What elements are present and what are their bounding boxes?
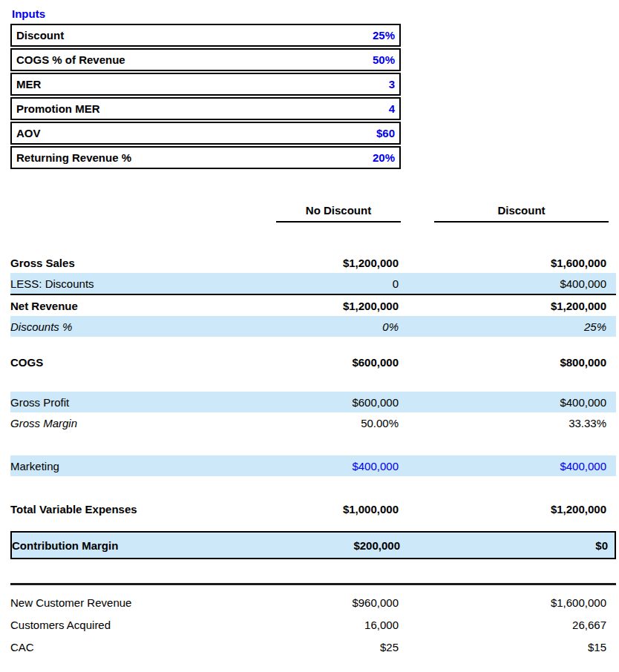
input-label: Returning Revenue % [16,151,131,164]
value-no-discount: 50.00% [276,417,401,429]
input-row-promotion-mer: Promotion MER 4 [10,97,401,120]
input-value-cell[interactable]: 20% [373,151,395,164]
value-no-discount: $1,200,000 [276,300,401,312]
value-no-discount: $960,000 [276,596,401,609]
input-label: AOV [16,127,41,139]
row-contribution-margin: Contribution Margin $200,000 $0 [10,531,616,559]
value-no-discount: $600,000 [276,356,401,369]
row-label: Discounts % [10,320,276,333]
input-value-cell[interactable]: 3 [389,78,395,90]
value-discount: 26,667 [434,619,609,631]
row-net-revenue: Net Revenue $1,200,000 $1,200,000 [10,295,616,316]
spreadsheet: Inputs Discount 25% COGS % of Revenue 50… [0,0,619,672]
value-no-discount[interactable]: $400,000 [276,460,401,472]
input-row-aov: AOV $60 [10,122,401,145]
value-discount: $1,600,000 [434,596,609,609]
input-value-cell[interactable]: 25% [373,29,395,42]
input-value-cell[interactable]: 50% [373,53,395,66]
row-label: New Customer Revenue [10,596,276,609]
row-label: Net Revenue [10,300,276,312]
acquisition-section: New Customer Revenue $960,000 $1,600,000… [10,591,616,658]
section-divider [10,583,616,585]
input-value-cell[interactable]: 4 [389,102,395,115]
input-label: MER [16,78,41,90]
value-discount: $1,200,000 [434,300,609,312]
value-no-discount: 0 [276,277,401,290]
value-discount: 25% [434,320,609,333]
row-label: Gross Sales [10,257,276,269]
row-label: Gross Profit [10,396,276,409]
value-discount: $400,000 [434,396,609,409]
comparison-table: No Discount Discount Gross Sales $1,200,… [10,200,616,658]
row-label: Customers Acquired [10,619,276,631]
column-header-no-discount: No Discount [276,200,401,223]
input-label: Promotion MER [16,102,100,115]
inputs-section-title: Inputs [12,7,616,20]
input-row-cogs-pct: COGS % of Revenue 50% [10,48,401,71]
row-discounts-pct: Discounts % 0% 25% [10,316,616,337]
value-discount: $800,000 [434,356,609,369]
column-header-row: No Discount Discount [10,200,616,223]
input-label: Discount [16,29,64,42]
row-cogs: COGS $600,000 $800,000 [10,352,616,372]
value-no-discount: $1,200,000 [276,257,401,269]
value-discount: $400,000 [434,277,609,290]
value-no-discount: $1,000,000 [276,503,401,515]
input-row-discount: Discount 25% [10,24,401,47]
inputs-table: Discount 25% COGS % of Revenue 50% MER 3… [10,24,401,169]
value-discount: $1,600,000 [434,257,609,269]
row-customers-acquired: Customers Acquired 16,000 26,667 [10,613,616,636]
row-less-discounts: LESS: Discounts 0 $400,000 [10,273,616,295]
row-label: CAC [10,641,276,653]
row-cac: CAC $25 $15 [10,636,616,658]
value-no-discount: 0% [276,320,401,333]
input-row-mer: MER 3 [10,73,401,96]
value-no-discount: 16,000 [276,619,401,631]
column-header-discount: Discount [434,200,609,223]
value-discount: $15 [434,641,609,653]
value-no-discount: $600,000 [276,396,401,409]
value-discount: 33.33% [434,417,609,429]
value-no-discount: $25 [276,641,401,653]
row-label: Contribution Margin [12,539,278,552]
row-gross-margin: Gross Margin 50.00% 33.33% [10,412,616,433]
row-label: Total Variable Expenses [10,503,276,515]
row-total-variable-expenses: Total Variable Expenses $1,000,000 $1,20… [10,498,616,519]
value-discount: $1,200,000 [434,503,609,515]
row-gross-profit: Gross Profit $600,000 $400,000 [10,392,616,412]
value-discount[interactable]: $400,000 [434,460,609,472]
input-label: COGS % of Revenue [16,53,125,66]
input-value-cell[interactable]: $60 [376,127,395,139]
row-label: LESS: Discounts [10,277,276,290]
row-label: Marketing [10,460,276,472]
row-label: COGS [10,356,276,369]
value-no-discount: $200,000 [278,539,402,552]
input-row-returning-revenue: Returning Revenue % 20% [10,146,401,169]
row-new-customer-revenue: New Customer Revenue $960,000 $1,600,000 [10,591,616,613]
row-marketing: Marketing $400,000 $400,000 [10,455,616,476]
row-label: Gross Margin [10,417,276,429]
value-discount: $0 [436,539,610,552]
row-gross-sales: Gross Sales $1,200,000 $1,600,000 [10,252,616,273]
